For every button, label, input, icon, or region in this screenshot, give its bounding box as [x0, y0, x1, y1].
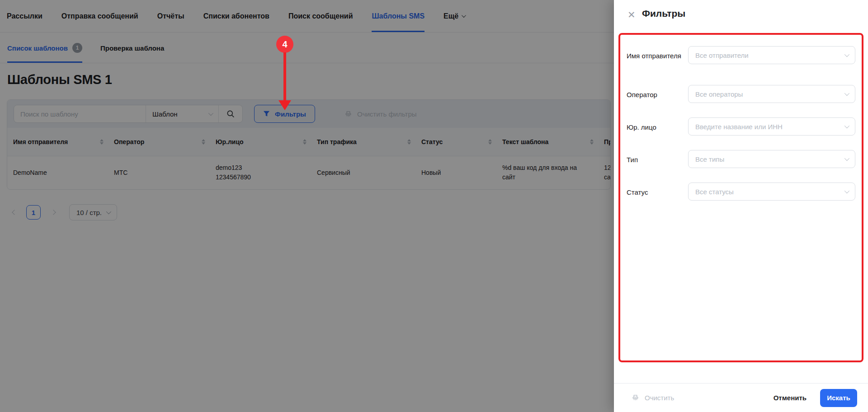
filter-label: Юр. лицо: [627, 122, 682, 133]
filter-row-operator: Оператор Все операторы: [614, 85, 868, 103]
sender-select[interactable]: Все отправители: [688, 46, 855, 64]
filter-label: Оператор: [627, 89, 682, 101]
drawer-title: Фильтры: [642, 8, 685, 19]
select-placeholder: Все типы: [695, 155, 724, 163]
chevron-down-icon: [844, 123, 849, 128]
filter-label: Статус: [627, 187, 682, 198]
chevron-down-icon: [844, 156, 849, 161]
drawer-cancel-button[interactable]: Отменить: [774, 394, 807, 402]
filters-drawer: ✕ Фильтры Имя отправителя Все отправител…: [614, 0, 868, 412]
filter-label: Тип: [627, 154, 682, 166]
select-placeholder: Все статусы: [695, 188, 734, 196]
select-placeholder: Введите название или ИНН: [695, 123, 783, 131]
filter-row-legal: Юр. лицо Введите название или ИНН: [614, 117, 868, 136]
filter-row-type: Тип Все типы: [614, 150, 868, 168]
drawer-footer: Очистить Отменить Искать: [614, 383, 868, 412]
type-select[interactable]: Все типы: [688, 150, 855, 168]
clear-broom-icon: [632, 394, 639, 401]
drawer-clear-label: Очистить: [645, 394, 674, 402]
filter-label: Имя отправителя: [627, 50, 682, 62]
close-icon[interactable]: ✕: [627, 10, 636, 19]
chevron-down-icon: [844, 188, 849, 193]
drawer-clear-button[interactable]: Очистить: [632, 394, 674, 402]
select-placeholder: Все отправители: [695, 52, 749, 59]
status-select[interactable]: Все статусы: [688, 183, 855, 201]
select-placeholder: Все операторы: [695, 90, 743, 98]
dim-overlay[interactable]: [0, 0, 614, 412]
chevron-down-icon: [844, 52, 849, 57]
filter-row-status: Статус Все статусы: [614, 183, 868, 201]
filter-row-sender: Имя отправителя Все отправители: [614, 46, 868, 64]
drawer-search-button[interactable]: Искать: [820, 389, 857, 407]
legal-entity-select[interactable]: Введите название или ИНН: [688, 117, 855, 136]
operator-select[interactable]: Все операторы: [688, 85, 855, 103]
chevron-down-icon: [844, 91, 849, 96]
